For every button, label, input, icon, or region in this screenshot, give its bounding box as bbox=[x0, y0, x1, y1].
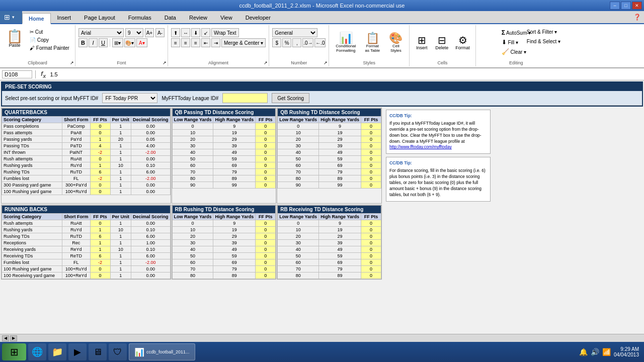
network-icon[interactable]: 📶 bbox=[602, 348, 611, 356]
table-row: 80890 bbox=[278, 175, 381, 182]
align-center-button[interactable]: ≡ bbox=[181, 38, 190, 47]
sort-filter-button[interactable]: Sort & Filter ▾ bbox=[524, 27, 554, 36]
scoring-category-header: Scoring Category bbox=[2, 117, 62, 123]
increase-font-button[interactable]: A+ bbox=[145, 28, 154, 37]
increase-decimal-button[interactable]: .0→ bbox=[302, 38, 313, 47]
bold-button[interactable]: B bbox=[78, 38, 88, 47]
qb-table: QUARTERBACKS Scoring Category Short Form… bbox=[2, 108, 171, 195]
border-button[interactable]: ⊞▾ bbox=[112, 38, 123, 47]
taskbar-icon-app2[interactable]: 🛡 bbox=[109, 343, 127, 360]
table-row: 090 bbox=[172, 220, 276, 226]
align-left-button[interactable]: ≡ bbox=[171, 38, 180, 47]
fill-button[interactable]: ⬇ Fill ▾ bbox=[499, 38, 521, 47]
clipboard-label: Clipboard bbox=[28, 60, 47, 65]
table-row: Passing yards PaYd 1 20 0.05 bbox=[2, 136, 171, 143]
league-id-input[interactable] bbox=[222, 93, 268, 103]
clear-button[interactable]: 🧹 Clear ▾ bbox=[499, 47, 529, 56]
tab-view[interactable]: View bbox=[214, 12, 239, 23]
copy-button[interactable]: 📄 Copy bbox=[27, 36, 72, 44]
taskbar-icon-app1[interactable]: 🖥 bbox=[89, 343, 107, 360]
table-row: 100 Rushing yard game 100+RuYd 0 1 0.00 bbox=[2, 265, 171, 272]
align-right-button[interactable]: ≡ bbox=[191, 38, 200, 47]
maximize-button[interactable]: □ bbox=[621, 2, 631, 10]
conditional-formatting-button[interactable]: 📊 Conditional Formatting bbox=[332, 31, 359, 54]
number-format-select[interactable]: General bbox=[272, 28, 317, 37]
font-expand-icon[interactable]: ↗ bbox=[163, 60, 167, 65]
decrease-font-button[interactable]: A- bbox=[155, 28, 165, 37]
table-row: 60690 bbox=[172, 162, 276, 169]
tab-developer[interactable]: Developer bbox=[239, 12, 277, 23]
pre-set-scoring-row: Select pre-set scoring or input MyFFT ID… bbox=[2, 91, 642, 106]
start-button[interactable]: ⊞ bbox=[2, 343, 26, 360]
cut-button[interactable]: ✂ Cut bbox=[27, 28, 72, 36]
get-scoring-button[interactable]: Get Scoring bbox=[272, 93, 309, 103]
tip1-link[interactable]: http://www.fftoday.com/myfftoday bbox=[389, 144, 452, 149]
font-name-select[interactable]: Arial bbox=[78, 28, 124, 37]
formula-input[interactable]: 1.5 bbox=[50, 71, 642, 77]
align-top-button[interactable]: ⬆ bbox=[171, 28, 180, 37]
number-expand-icon[interactable]: ↗ bbox=[324, 60, 328, 65]
thousand-separator-button[interactable]: , bbox=[292, 38, 301, 47]
tab-page-layout[interactable]: Page Layout bbox=[77, 12, 122, 23]
fill-color-button[interactable]: 🎨▾ bbox=[124, 38, 135, 47]
tab-data[interactable]: Data bbox=[158, 12, 183, 23]
notification-area[interactable]: 🔔 bbox=[579, 348, 588, 356]
window-controls[interactable]: – □ ✕ bbox=[610, 2, 642, 10]
cell-styles-button[interactable]: 🎨 Cell Styles bbox=[385, 31, 406, 54]
format-as-table-button[interactable]: 📋 Format as Table bbox=[361, 31, 383, 54]
merge-center-button[interactable]: Merge & Center ▾ bbox=[221, 38, 266, 47]
table-row: 300 Passing yard game 300+PaYd 0 1 0.00 bbox=[2, 182, 171, 189]
font-color-button[interactable]: A▾ bbox=[136, 38, 147, 47]
rushing-td-col-headers: Low Range Yards High Range Yards FF Pts bbox=[278, 117, 381, 123]
scroll-left-button[interactable]: ◀ bbox=[2, 335, 9, 341]
increase-indent-button[interactable]: ⇥ bbox=[211, 38, 220, 47]
paste-button[interactable]: 📋 Paste bbox=[3, 28, 26, 49]
horizontal-scrollbar[interactable]: ◀ ▶ bbox=[0, 334, 644, 342]
alignment-expand-icon[interactable]: ↗ bbox=[264, 60, 268, 65]
tab-formulas[interactable]: Formulas bbox=[122, 12, 158, 23]
taskbar-icon-media[interactable]: ▶ bbox=[68, 343, 87, 360]
currency-button[interactable]: $ bbox=[272, 38, 281, 47]
percent-button[interactable]: % bbox=[282, 38, 291, 47]
rb-main-table-wrapper: RUNNING BACKS Scoring Category Short For… bbox=[1, 205, 171, 280]
underline-button[interactable]: U bbox=[99, 38, 108, 47]
delete-button[interactable]: ⊟ Delete bbox=[433, 34, 451, 52]
decrease-decimal-button[interactable]: ←.0 bbox=[314, 38, 326, 47]
cell-reference-box[interactable]: D108 bbox=[2, 70, 32, 78]
tab-home[interactable]: Home bbox=[22, 13, 51, 24]
table-row: Rushing yards RuYd 1 10 0.10 bbox=[2, 226, 171, 233]
wrap-text-button[interactable]: Wrap Text bbox=[211, 28, 239, 37]
find-select-button[interactable]: Find & Select ▾ bbox=[524, 37, 554, 46]
excel-taskbar-button[interactable]: 📊 ccdb_football_2011... bbox=[129, 343, 195, 360]
align-middle-button[interactable]: ↔ bbox=[181, 28, 190, 37]
table-row: 60690 bbox=[278, 259, 381, 265]
format-painter-button[interactable]: 🖌 Format Painter bbox=[27, 44, 72, 52]
insert-button[interactable]: ⊞ Insert bbox=[413, 34, 431, 52]
align-bottom-button[interactable]: ⬇ bbox=[191, 28, 200, 37]
formula-divider bbox=[35, 70, 36, 78]
help-icon[interactable]: ❓ bbox=[633, 14, 641, 21]
tab-review[interactable]: Review bbox=[183, 12, 214, 23]
scroll-right-button[interactable]: ▶ bbox=[10, 335, 17, 341]
cells-label: Cells bbox=[438, 60, 448, 65]
table-row: Pass completions PaComp 0 1 0.00 bbox=[2, 123, 171, 130]
minimize-button[interactable]: – bbox=[610, 2, 620, 10]
clipboard-expand-icon[interactable]: ↗ bbox=[70, 60, 74, 65]
font-size-select[interactable]: 9 bbox=[125, 28, 143, 37]
tab-insert[interactable]: Insert bbox=[51, 12, 78, 23]
italic-button[interactable]: I bbox=[89, 38, 98, 47]
table-row: 090 bbox=[278, 123, 381, 130]
function-icon[interactable]: fx bbox=[39, 70, 48, 79]
taskbar-icon-ie[interactable]: 🌐 bbox=[28, 343, 46, 360]
orientation-button[interactable]: ↙ bbox=[201, 28, 210, 37]
table-row: 090 bbox=[172, 123, 276, 130]
close-button[interactable]: ✕ bbox=[632, 2, 642, 10]
scoring-preset-dropdown[interactable]: FF Today PPR Standard ESPN Yahoo Custom bbox=[102, 93, 157, 103]
table-row: 70790 bbox=[278, 265, 381, 272]
format-button[interactable]: ⚙ Format bbox=[453, 34, 472, 52]
number-label: Number bbox=[291, 60, 307, 65]
volume-icon[interactable]: 🔊 bbox=[591, 348, 599, 356]
taskbar-icon-folder[interactable]: 📁 bbox=[48, 343, 66, 360]
decrease-indent-button[interactable]: ⇤ bbox=[201, 38, 210, 47]
table-row: Pass attempts PaAtt 0 1 0.00 bbox=[2, 130, 171, 136]
